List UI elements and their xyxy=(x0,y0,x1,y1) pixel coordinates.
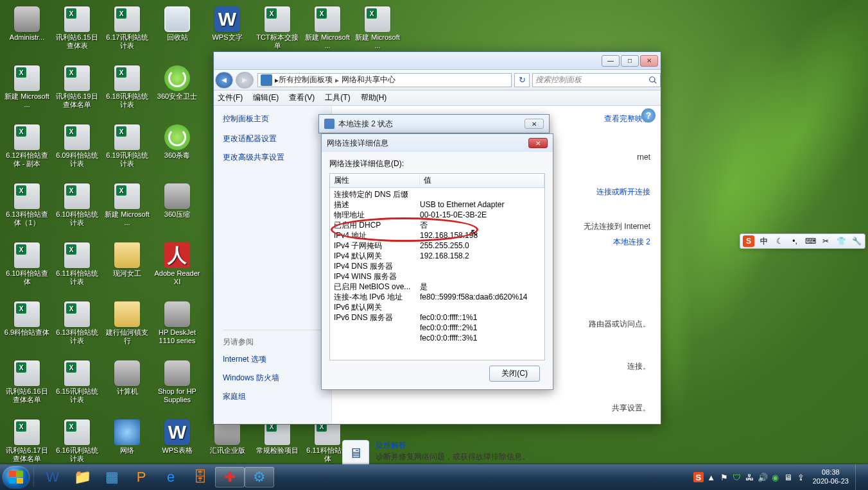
property-row[interactable]: 描述USB to Ethernet Adapter xyxy=(330,199,544,210)
desktop-icon[interactable]: 新建 Microsoft ... xyxy=(3,64,51,119)
ime-scissors-icon[interactable]: ✂ xyxy=(820,235,831,247)
desktop-icon[interactable]: 现河女工 xyxy=(103,241,152,296)
tray-monitor-icon[interactable]: 🖥 xyxy=(783,472,794,482)
menu-item[interactable]: 编辑(E) xyxy=(253,92,279,103)
desktop-icon[interactable]: 6.15讯利站统计表 xyxy=(53,359,101,414)
sidebar-adapter-settings[interactable]: 更改适配器设置 xyxy=(223,133,322,144)
desktop-icon[interactable]: 6.19讯利站统计表 xyxy=(103,123,152,178)
tray-sogou-icon[interactable]: S xyxy=(693,472,704,482)
desktop-icon[interactable]: HP DeskJet 1110 series xyxy=(153,300,202,355)
header-property[interactable]: 属性 xyxy=(330,175,420,186)
taskbar-pin-app1[interactable]: ▦ xyxy=(97,467,126,487)
ime-sogou-icon[interactable]: S xyxy=(743,235,754,247)
property-row[interactable]: fec0:0:0:ffff::2%1 xyxy=(330,323,544,333)
tray-network-icon[interactable]: 🖧 xyxy=(745,472,755,482)
taskbar-pin-app3[interactable]: 🗄 xyxy=(186,467,215,487)
search-input[interactable]: 搜索控制面板 xyxy=(532,73,661,87)
start-button[interactable] xyxy=(3,466,30,488)
taskbar[interactable]: W 📁 ▦ P e 🗄 ✚ ⚙ S ▲ ⚑ 🛡 🖧 🔊 ◉ 🖥 ⇪ 08:38 … xyxy=(0,464,868,490)
desktop-icon[interactable]: Shop for HP Supplies xyxy=(153,359,202,414)
property-row[interactable]: IPv4 WINS 服务器 xyxy=(330,271,544,282)
ime-skin-icon[interactable]: 👕 xyxy=(835,235,847,247)
ime-toolbar[interactable]: S 中 ☾ •, ⌨ ✂ 👕 🔧 xyxy=(740,233,865,249)
troubleshoot-section[interactable]: 🖥 疑难解答 诊断并修复网络问题，或获得故障排除信息。 xyxy=(342,440,650,467)
property-row[interactable]: 物理地址00-01-15-0E-3B-2E xyxy=(330,210,544,220)
tray-volume-icon[interactable]: 🔊 xyxy=(758,472,768,482)
status-dialog-titlebar[interactable]: 本地连接 2 状态 ✕ xyxy=(319,115,549,133)
tray-shield-icon[interactable]: 🛡 xyxy=(732,472,742,482)
property-row[interactable]: 连接-本地 IPv6 地址fe80::5999:f58a:daa6:d620%1… xyxy=(330,292,544,302)
property-row[interactable]: IPv4 默认网关192.168.158.2 xyxy=(330,251,544,261)
troubleshoot-link[interactable]: 疑难解答 xyxy=(376,440,530,451)
menu-item[interactable]: 查看(V) xyxy=(289,92,315,103)
system-tray[interactable]: S ▲ ⚑ 🛡 🖧 🔊 ◉ 🖥 ⇪ 08:38 2020-06-23 xyxy=(693,464,865,490)
property-list[interactable]: 属性 值 连接特定的 DNS 后缀描述USB to Ethernet Adapt… xyxy=(329,173,545,360)
tray-360-icon[interactable]: ◉ xyxy=(770,472,781,482)
property-row[interactable]: 连接特定的 DNS 后缀 xyxy=(330,189,544,199)
desktop-icon[interactable]: 360安全卫士 xyxy=(153,64,202,119)
breadcrumb-current[interactable]: 网络和共享中心 xyxy=(342,74,395,85)
property-row[interactable]: fec0:0:0:ffff::3%1 xyxy=(330,333,544,343)
desktop-icon[interactable]: 6.13科怡站查体（1） xyxy=(3,182,51,237)
desktop-icon[interactable]: 6.11科怡站统计表 xyxy=(53,241,101,296)
see-link-homegroup[interactable]: 家庭组 xyxy=(223,391,322,402)
sidebar-sharing-settings[interactable]: 更改高级共享设置 xyxy=(223,152,322,163)
desktop-icon[interactable]: 新建 Microsoft ... xyxy=(103,182,152,237)
desktop-icon[interactable]: 6.09科怡站统计表 xyxy=(53,123,101,178)
menu-item[interactable]: 工具(T) xyxy=(325,92,350,103)
desktop-icon[interactable]: 建行仙河镇支行 xyxy=(103,300,152,355)
property-row[interactable]: IPv4 DNS 服务器 xyxy=(330,261,544,271)
ime-moon-icon[interactable]: ☾ xyxy=(774,235,785,247)
taskbar-pin-wps[interactable]: W xyxy=(38,467,67,487)
desktop-icon[interactable]: 360杀毒 xyxy=(153,123,202,178)
tray-usb-icon[interactable]: ⇪ xyxy=(796,472,806,482)
taskbar-app-medical[interactable]: ✚ xyxy=(215,467,245,487)
desktop-icon[interactable]: 讯利站6.16日查体名单 xyxy=(3,359,51,414)
breadcrumb-root[interactable]: 所有控制面板项 xyxy=(279,74,333,85)
window-titlebar[interactable]: — □ ✕ xyxy=(214,52,661,70)
desktop-icon[interactable]: 回收站 xyxy=(153,5,202,60)
taskbar-pin-explorer[interactable]: 📁 xyxy=(67,467,97,487)
ime-lang-toggle[interactable]: 中 xyxy=(758,235,770,247)
tray-up-icon[interactable]: ▲ xyxy=(706,472,716,482)
desktop-icon[interactable]: 6.12科怡站查体 - 副本 xyxy=(3,123,51,178)
see-link-internet-options[interactable]: Internet 选项 xyxy=(223,354,322,365)
desktop-icon[interactable]: 6.10科怡站统计表 xyxy=(53,182,101,237)
close-button[interactable]: ✕ xyxy=(640,55,658,67)
desktop-icon[interactable]: 计算机 xyxy=(103,359,152,414)
ime-settings-icon[interactable]: 🔧 xyxy=(851,235,862,247)
back-button[interactable]: ◄ xyxy=(215,72,233,89)
menu-item[interactable]: 文件(F) xyxy=(218,92,243,103)
minimize-button[interactable]: — xyxy=(602,55,620,67)
menu-bar[interactable]: 文件(F)编辑(E)查看(V)工具(T)帮助(H) xyxy=(214,90,661,106)
show-desktop-button[interactable] xyxy=(855,464,862,490)
header-value[interactable]: 值 xyxy=(420,175,544,186)
property-row[interactable]: IPv4 地址192.168.158.198 xyxy=(330,230,544,241)
property-row[interactable]: IPv6 DNS 服务器fec0:0:0:ffff::1%1 xyxy=(330,312,544,323)
help-icon[interactable]: ? xyxy=(641,108,655,122)
details-dialog-titlebar[interactable]: 网络连接详细信息 ✕ xyxy=(322,134,553,152)
taskbar-app-control-panel[interactable]: ⚙ xyxy=(245,467,274,487)
maximize-button[interactable]: □ xyxy=(621,55,639,67)
menu-item[interactable]: 帮助(H) xyxy=(361,92,387,103)
details-close-ok-button[interactable]: 关闭(C) xyxy=(489,366,540,382)
property-row[interactable]: 已启用 DHCP否 xyxy=(330,220,544,230)
desktop-icon[interactable]: 6.13科怡站统计表 xyxy=(53,300,101,355)
desktop-icon[interactable]: 6.17讯利站统计表 xyxy=(103,5,152,60)
connection-status-dialog[interactable]: 本地连接 2 状态 ✕ xyxy=(318,114,550,133)
connection-details-dialog[interactable]: 网络连接详细信息 ✕ 网络连接详细信息(D): 属性 值 连接特定的 DNS 后… xyxy=(321,133,553,390)
taskbar-pin-ie[interactable]: e xyxy=(156,467,186,487)
desktop-icon[interactable]: 讯利站6.15日查体表 xyxy=(53,5,101,60)
tray-flag-icon[interactable]: ⚑ xyxy=(719,472,729,482)
desktop-icon[interactable]: 6.9科怡站查体 xyxy=(3,300,51,355)
desktop-icon[interactable]: 360压缩 xyxy=(153,182,202,237)
ime-punct-icon[interactable]: •, xyxy=(789,235,801,247)
details-close-button[interactable]: ✕ xyxy=(528,138,548,148)
refresh-button[interactable]: ↻ xyxy=(514,73,530,87)
desktop-icon[interactable]: 讯利站6.19日查体名单 xyxy=(53,64,101,119)
ime-keyboard-icon[interactable]: ⌨ xyxy=(804,235,816,247)
see-link-firewall[interactable]: Windows 防火墙 xyxy=(223,373,322,384)
desktop-icon[interactable]: 6.10科怡站查体 xyxy=(3,241,51,296)
property-row[interactable]: IPv6 默认网关 xyxy=(330,302,544,312)
property-row[interactable]: 已启用 NetBIOS ove...是 xyxy=(330,282,544,292)
